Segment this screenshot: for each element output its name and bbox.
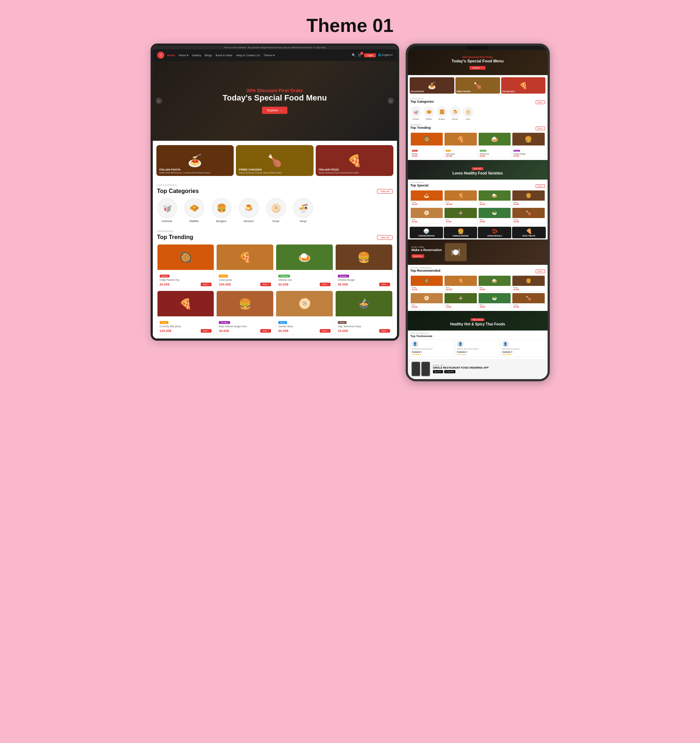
phone-rec-burger[interactable]: 🍔 Burger 50.00$ bbox=[512, 275, 545, 292]
food-card-chicken[interactable]: 🍗 FRIED CHICKEN Super Delicious Chicken … bbox=[236, 145, 313, 176]
phone-cat-waffles[interactable]: 🧇 Waffles bbox=[424, 106, 435, 120]
trending-item-lastz[interactable]: 🍔 Burgers lastz cheese burger ever... 30… bbox=[216, 291, 274, 335]
trending-item-rice[interactable]: 🍛 Chinese chinese rice 50.00$ ADD + bbox=[276, 244, 333, 289]
phone-reservation-btn[interactable]: Book Now bbox=[411, 254, 424, 258]
trending-item-italz[interactable]: 🍕 Noon Crunchy Italz pizza 120.00$ ADD + bbox=[157, 291, 215, 335]
phone-special-rice-body: Rice 50.00$ bbox=[479, 201, 510, 206]
phone-rec-pizza[interactable]: 🍕 Pizza 100.00$ bbox=[444, 275, 477, 292]
trending-item-burger[interactable]: 🍔 Burgers Cheese Burger 50.00$ ADD + bbox=[335, 244, 393, 289]
hero-cta-button[interactable]: Explore → bbox=[262, 107, 288, 114]
phone-trend-burger[interactable]: 🍔 Burgers Cheese Burger 50.00$ bbox=[512, 132, 545, 158]
phone-special-salad[interactable]: 🥗 Salad 30.00$ bbox=[478, 207, 511, 224]
phone-cat-dessert[interactable]: 🍮 Dessert bbox=[449, 106, 461, 120]
phone-pizza-emoji: 🍕 bbox=[519, 81, 527, 90]
paneer-add-button[interactable]: ADD + bbox=[201, 283, 212, 286]
pasta-title: ITALIAN PASTA bbox=[159, 168, 211, 172]
category-dosa[interactable]: 🫓 Dosa bbox=[266, 198, 286, 223]
phone-rec-paneer-img: 🥘 bbox=[411, 276, 443, 286]
phone-special-rice[interactable]: 🍛 Rice 50.00$ bbox=[478, 190, 511, 206]
rice-add-button[interactable]: ADD + bbox=[320, 283, 331, 286]
category-burgers[interactable]: 🍔 Burgers bbox=[212, 198, 231, 223]
login-button[interactable]: Login bbox=[364, 53, 376, 57]
phone-burger-price: 50.00$ bbox=[513, 155, 543, 157]
phone-chicken-card[interactable]: 🍗 FRIED CHICKEN bbox=[455, 77, 500, 93]
phone-avatar-1: 👤 bbox=[412, 340, 418, 347]
dessert-label: Dessert bbox=[243, 219, 254, 223]
pizza-add-button[interactable]: ADD + bbox=[260, 283, 271, 286]
phone-thai-title: Healthy Hot & Spicy Thai Foods bbox=[411, 322, 544, 326]
category-chinese[interactable]: 🥡 Chinese bbox=[157, 198, 177, 223]
trending-item-pizza[interactable]: 🍕 Pizza onion pizza 100.00$ ADD + bbox=[216, 244, 274, 289]
phone-cat-burgers[interactable]: 🍔 Burgers bbox=[436, 106, 448, 120]
italz-price-row: 120.00$ ADD + bbox=[160, 329, 212, 333]
phone-trending-viewall[interactable]: More bbox=[535, 127, 545, 130]
burgers-icon: 🍔 bbox=[212, 198, 231, 218]
category-waffles[interactable]: 🧇 Waffles bbox=[184, 198, 204, 223]
phone-special-burger-price: 50.00$ bbox=[513, 203, 543, 205]
phone-pasta-card[interactable]: 🍝 ITALIAN PASTA bbox=[410, 77, 454, 93]
phone-rec-soup-price: 10.00$ bbox=[446, 306, 475, 308]
food-card-pasta[interactable]: 🍝 ITALIAN PASTA Shells With Mushrooms, Z… bbox=[156, 145, 234, 176]
google-play-button[interactable]: Google Play bbox=[444, 370, 456, 373]
hero-next-arrow[interactable]: › bbox=[387, 98, 394, 104]
category-dessert[interactable]: 🍮 Dessert bbox=[239, 198, 259, 223]
phone-special-viewall[interactable]: More bbox=[535, 184, 545, 188]
categories-view-all[interactable]: View All bbox=[377, 189, 392, 194]
phone-special-salad-body: Salad 30.00$ bbox=[479, 218, 510, 223]
language-selector[interactable]: 🌐 English ▾ bbox=[378, 54, 393, 56]
phone-cat-dosa[interactable]: 🫓 Dosa bbox=[463, 106, 473, 120]
trending-item-dosa[interactable]: 🫓 Noon cheese dosa 60.00$ ADD + bbox=[276, 291, 333, 335]
phone-categories-viewall[interactable]: More bbox=[535, 101, 545, 104]
phone-avatar-2: 👤 bbox=[457, 340, 463, 347]
nav-book[interactable]: Book A Table bbox=[215, 54, 232, 57]
phone-hero-cta[interactable]: Explore → bbox=[470, 66, 485, 70]
phone-cat-chinese[interactable]: 🥡 Chinese bbox=[411, 106, 421, 120]
phone-trend-rice[interactable]: 🍛 Chinese chinese rice 50.00$ bbox=[478, 132, 511, 158]
nav-gallery[interactable]: Gallery bbox=[192, 54, 201, 57]
waffles-icon: 🧇 bbox=[184, 198, 204, 218]
phone-special-pasta[interactable]: 🍝 Pasta 20.00$ bbox=[411, 190, 443, 206]
phone-special-pizza[interactable]: 🍕 Pizza 100.00$ bbox=[444, 190, 477, 206]
phone-banner-cheese-burger[interactable]: 🍔 CHEESE BURGER bbox=[444, 227, 477, 238]
trending-item-soup[interactable]: 🍲 Soup Veg. Munchow Soup 10.00$ ADD + bbox=[335, 291, 393, 335]
phone-reservation-image: 🍽️ bbox=[445, 243, 467, 261]
phone-banner-pizza-treats[interactable]: 🍕 PIZZA TREATS bbox=[512, 227, 546, 238]
nav-help[interactable]: Help & Contact Us bbox=[236, 54, 260, 57]
lastz-add-button[interactable]: ADD + bbox=[260, 329, 271, 333]
nav-links: Home Menu ▾ Gallery Blogs Book A Table H… bbox=[167, 54, 349, 57]
phone-trend-pizza[interactable]: 🍕 Pizza onion pizza 100.00$ bbox=[444, 132, 477, 158]
soup-add-button[interactable]: ADD + bbox=[379, 329, 390, 333]
phone-rec-paneer[interactable]: 🥘 Paneer 20.00$ bbox=[411, 275, 443, 292]
search-icon[interactable]: 🔍 bbox=[351, 53, 356, 57]
category-soup[interactable]: 🍜 Soup bbox=[293, 198, 313, 223]
phone-rec-salad[interactable]: 🥗 Salad 30.00$ bbox=[478, 293, 511, 309]
hero-prev-arrow[interactable]: ‹ bbox=[156, 98, 162, 104]
phone-banner-chana[interactable]: 🫘 CHANA MASALA bbox=[478, 227, 511, 238]
nav-blogs[interactable]: Blogs bbox=[205, 54, 212, 57]
phone-special-dosa[interactable]: 🫓 Dosa 60.00$ bbox=[411, 207, 443, 224]
phone-rec-soup[interactable]: 🍲 Soup 10.00$ bbox=[444, 293, 477, 309]
phone-rec-chicken[interactable]: 🍗 Chicken 80.00$ bbox=[512, 293, 545, 309]
phone-pizza-card[interactable]: 🍕 ITALIAN PIZZA bbox=[501, 77, 546, 93]
nav-home[interactable]: Home bbox=[167, 54, 175, 57]
phone-banner-biryani[interactable]: 🍚 CHICKEN BIRYANI bbox=[410, 227, 443, 238]
phone-recommended-viewall[interactable]: More bbox=[535, 269, 545, 273]
food-card-pizza[interactable]: 🍕 ITALIAN PIZZA Super Delicious Pizza Sp… bbox=[316, 145, 393, 176]
phone-rec-rice[interactable]: 🍛 Rice 50.00$ bbox=[478, 275, 511, 292]
trending-view-all[interactable]: View All bbox=[377, 235, 392, 240]
phone-rec-dosa[interactable]: 🫓 Dosa 60.00$ bbox=[411, 293, 443, 309]
phone-special-soup[interactable]: 🍲 Soup 10.00$ bbox=[444, 207, 477, 224]
phone-special-burger[interactable]: 🍔 Burger 50.00$ bbox=[512, 190, 545, 206]
app-store-button[interactable]: App Store bbox=[433, 370, 443, 373]
italz-add-button[interactable]: ADD + bbox=[201, 329, 212, 333]
phone-special-chicken[interactable]: 🍗 Chicken 80.00$ bbox=[512, 207, 545, 224]
cart-icon[interactable]: 🛒 0 bbox=[358, 53, 362, 57]
nav-menu[interactable]: Menu ▾ bbox=[179, 54, 188, 57]
burger-add-button[interactable]: ADD + bbox=[379, 283, 390, 286]
phone-rec-paneer-body: Paneer 20.00$ bbox=[411, 286, 443, 291]
phone-reservation: BOOK A TABLE Make a Reservation Book Now… bbox=[408, 240, 547, 265]
dosa-add-button[interactable]: ADD + bbox=[320, 329, 331, 333]
phone-trend-paneer[interactable]: 🥘 Dinner Paneer 20.00$ bbox=[411, 132, 443, 158]
nav-theme[interactable]: Theme ▾ bbox=[264, 54, 275, 57]
trending-item-paneer[interactable]: 🥘 Dinner Chilly Paneer Dry 20.00$ ADD + bbox=[157, 244, 215, 289]
